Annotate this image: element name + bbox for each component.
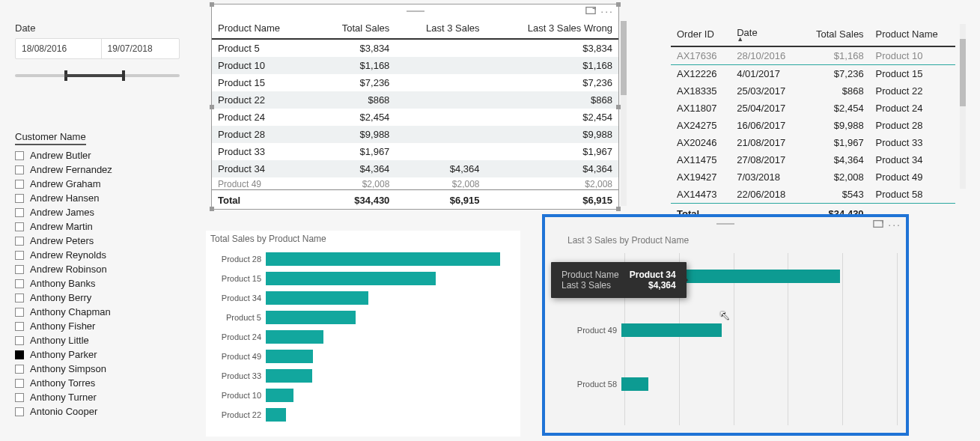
checkbox-icon[interactable] xyxy=(15,365,24,374)
total-sales-chart[interactable]: Total Sales by Product Name Product 28Pr… xyxy=(206,231,520,437)
date-slider[interactable] xyxy=(15,74,180,77)
scrollbar-thumb[interactable] xyxy=(960,39,966,106)
checkbox-icon[interactable] xyxy=(15,151,24,160)
more-options-icon[interactable]: ··· xyxy=(888,219,901,230)
checkbox-icon[interactable] xyxy=(15,322,24,331)
table-row[interactable]: Product 28$9,988$9,988 xyxy=(212,126,618,143)
bar[interactable]: Product 49 xyxy=(209,349,520,364)
table-row[interactable]: AX1180725/04/2017$2,454Product 24 xyxy=(671,100,955,117)
customer-item[interactable]: Anthony Fisher xyxy=(15,319,180,333)
resize-handle[interactable] xyxy=(210,207,214,211)
checkbox-icon[interactable] xyxy=(15,180,24,189)
customer-item[interactable]: Andrew Hansen xyxy=(15,191,180,205)
customer-item[interactable]: Anthony Berry xyxy=(15,291,180,305)
table-row[interactable]: Product 10$1,168$1,168 xyxy=(212,57,618,74)
customer-item[interactable]: Anthony Chapman xyxy=(15,305,180,319)
scrollbar-thumb[interactable] xyxy=(621,21,627,95)
checkbox-icon[interactable] xyxy=(15,336,24,345)
customer-item[interactable]: Andrew Fernandez xyxy=(15,162,180,177)
customer-item[interactable]: Anthony Simpson xyxy=(15,362,180,376)
bar-fill[interactable] xyxy=(266,311,356,324)
bar-fill[interactable] xyxy=(266,369,312,383)
bar[interactable]: Product 15 xyxy=(209,271,520,286)
customer-item[interactable]: Anthony Torres xyxy=(15,376,180,390)
drag-handle-icon[interactable] xyxy=(716,223,734,225)
table-row[interactable]: AX2024621/08/2017$1,967Product 33 xyxy=(671,134,955,151)
checkbox-icon[interactable] xyxy=(15,222,24,231)
checkbox-icon[interactable] xyxy=(15,308,24,317)
focus-mode-icon[interactable] xyxy=(873,219,883,231)
customer-item[interactable]: Andrew Martin xyxy=(15,219,180,234)
scrollbar[interactable] xyxy=(621,21,627,206)
table-row[interactable]: AX1147527/08/2017$4,364Product 34 xyxy=(671,151,955,168)
col-date[interactable]: Date▲ xyxy=(731,22,801,46)
col-product[interactable]: Product Name xyxy=(870,22,955,46)
bar[interactable]: Product 58 xyxy=(564,361,906,407)
col-product[interactable]: Product Name xyxy=(212,18,314,39)
bar-fill[interactable] xyxy=(621,323,722,337)
checkbox-icon[interactable] xyxy=(15,350,24,359)
focus-mode-icon[interactable] xyxy=(585,6,596,17)
product-table-visual[interactable]: ··· Product Name Total Sales Last 3 Sale… xyxy=(211,4,619,210)
drag-handle-icon[interactable] xyxy=(407,10,424,12)
order-table-visual[interactable]: Order ID Date▲ Total Sales Product Name … xyxy=(671,22,955,198)
col-orderid[interactable]: Order ID xyxy=(671,22,731,46)
table-row[interactable]: AX122264/01/2017$7,236Product 15 xyxy=(671,64,955,82)
col-wrong[interactable]: Last 3 Sales Wrong xyxy=(486,18,618,39)
checkbox-icon[interactable] xyxy=(15,265,24,274)
customer-item[interactable]: Andrew Peters xyxy=(15,234,180,248)
customer-item[interactable]: Andrew Robinson xyxy=(15,262,180,276)
checkbox-icon[interactable] xyxy=(15,194,24,203)
checkbox-icon[interactable] xyxy=(15,407,24,416)
scrollbar[interactable] xyxy=(960,24,966,189)
bar-fill[interactable] xyxy=(266,330,323,344)
table-row[interactable]: Product 24$2,454$2,454 xyxy=(212,109,618,126)
bar[interactable]: Product 5 xyxy=(209,310,520,325)
bar-fill[interactable] xyxy=(266,350,313,363)
bar-fill[interactable] xyxy=(266,291,368,305)
table-row[interactable]: Product 33$1,967$1,967 xyxy=(212,143,618,160)
customer-item[interactable]: Anthony Banks xyxy=(15,276,180,291)
bar-fill[interactable] xyxy=(266,272,436,285)
bar-fill[interactable] xyxy=(266,408,286,422)
checkbox-icon[interactable] xyxy=(15,237,24,246)
customer-item[interactable]: Andrew Reynolds xyxy=(15,248,180,262)
customer-item[interactable]: Andrew James xyxy=(15,205,180,219)
bar-fill[interactable] xyxy=(266,389,293,402)
bar-fill[interactable] xyxy=(621,377,648,391)
date-from[interactable]: 18/08/2016 xyxy=(16,39,94,58)
col-last3[interactable]: Last 3 Sales xyxy=(395,18,485,39)
customer-item[interactable]: Andrew Butler xyxy=(15,148,180,162)
checkbox-icon[interactable] xyxy=(15,393,24,402)
bar-fill[interactable] xyxy=(266,252,500,266)
table-row[interactable]: Product 5$3,834$3,834 xyxy=(212,39,618,57)
table-row[interactable]: AX194277/03/2018$2,008Product 49 xyxy=(671,168,955,186)
resize-handle[interactable] xyxy=(616,207,621,211)
table-row[interactable]: AX1447322/06/2018$543Product 58 xyxy=(671,186,955,204)
customer-item[interactable]: Anthony Turner xyxy=(15,390,180,404)
customer-item[interactable]: Antonio Cooper xyxy=(15,404,180,419)
checkbox-icon[interactable] xyxy=(15,165,24,174)
customer-item[interactable]: Andrew Graham xyxy=(15,177,180,191)
table-row[interactable]: Product 34$4,364$4,364$4,364 xyxy=(212,160,618,177)
bar[interactable]: Product 22 xyxy=(209,407,520,422)
table-row[interactable]: Product 15$7,236$7,236 xyxy=(212,74,618,91)
more-options-icon[interactable]: ··· xyxy=(600,6,614,16)
checkbox-icon[interactable] xyxy=(15,208,24,217)
date-to[interactable]: 19/07/2018 xyxy=(101,39,180,58)
col-sales[interactable]: Total Sales xyxy=(801,22,870,46)
resize-handle[interactable] xyxy=(210,105,214,109)
date-range[interactable]: 18/08/2016 19/07/2018 xyxy=(15,38,180,59)
checkbox-icon[interactable] xyxy=(15,294,24,302)
last3-sales-chart[interactable]: ··· Last 3 Sales by Product Name Product… xyxy=(542,214,909,436)
checkbox-icon[interactable] xyxy=(15,279,24,288)
checkbox-icon[interactable] xyxy=(15,379,24,388)
table-row[interactable]: AX1833525/03/2017$868Product 22 xyxy=(671,82,955,100)
customer-item[interactable]: Anthony Parker xyxy=(15,347,180,362)
bar[interactable]: Product 28 xyxy=(209,252,520,267)
table-row[interactable]: Product 22$868$868 xyxy=(212,91,618,109)
bar[interactable]: Product 33 xyxy=(209,368,520,383)
customer-list[interactable]: Andrew ButlerAndrew FernandezAndrew Grah… xyxy=(15,148,180,419)
table-row[interactable]: AX1763628/10/2016$1,168Product 10 xyxy=(671,46,955,65)
col-total[interactable]: Total Sales xyxy=(314,18,395,39)
